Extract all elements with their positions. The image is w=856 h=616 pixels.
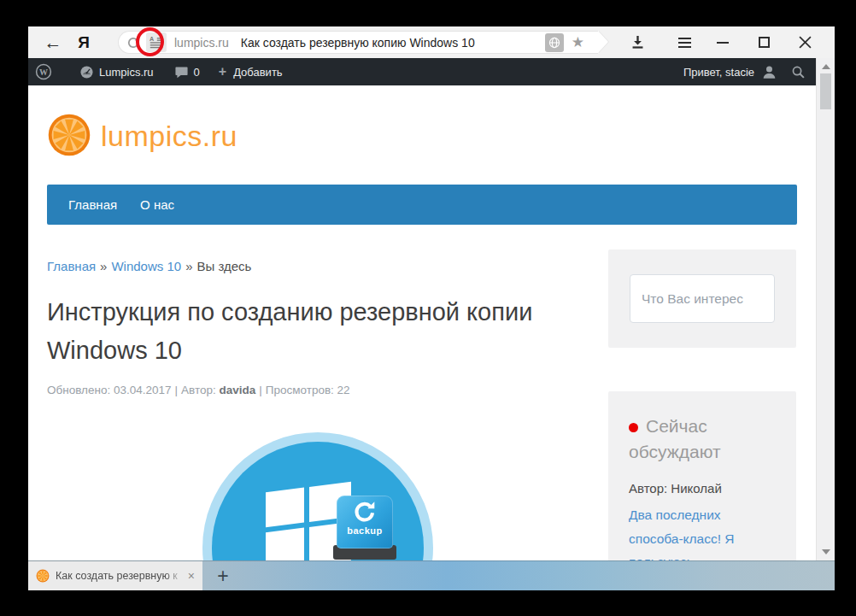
wp-greeting: Привет, stacie — [683, 66, 754, 79]
nav-item-home[interactable]: Главная — [68, 197, 117, 212]
tab-close-icon[interactable]: × — [188, 569, 195, 583]
breadcrumb-current: Вы здесь — [196, 259, 251, 273]
backup-circular-arrow-icon — [350, 498, 379, 525]
url-domain[interactable]: lumpics.ru — [174, 36, 229, 50]
page-scrollbar[interactable] — [816, 58, 835, 560]
wp-logo-button[interactable]: W — [28, 58, 59, 85]
comment-bubble-icon — [174, 65, 189, 79]
svg-text:W: W — [39, 67, 48, 77]
sidebar-search-widget — [608, 249, 796, 348]
close-icon — [799, 36, 812, 49]
main-navigation: Главная О нас — [47, 185, 797, 225]
back-button[interactable]: ← — [38, 26, 67, 58]
wp-admin-bar: W Lumpics.ru 0 + Добавить Привет, stacie — [28, 58, 816, 85]
site-logo-text[interactable]: lumpics.ru — [101, 120, 237, 153]
address-bar[interactable]: A lumpics.ru Как создать резервную копию… — [118, 31, 598, 54]
breadcrumb-category-link[interactable]: Windows 10 — [111, 259, 181, 273]
wp-add-new-button[interactable]: + Добавить — [212, 58, 290, 85]
yandex-logo[interactable]: Я — [73, 26, 95, 58]
wp-site-menu[interactable]: Lumpics.ru — [73, 58, 161, 85]
browser-toolbar: ← Я A lumpics.ru Как создать резервную к… — [28, 26, 835, 58]
maximize-icon — [759, 37, 770, 48]
wp-site-name: Lumpics.ru — [99, 66, 154, 79]
user-icon[interactable] — [761, 64, 777, 80]
search-icon — [791, 65, 806, 79]
wp-add-new-label: Добавить — [233, 66, 282, 79]
back-arrow-icon: ← — [44, 32, 62, 53]
backup-drive-body: backup — [337, 496, 393, 549]
nav-item-about[interactable]: О нас — [140, 197, 174, 212]
meta-views: Просмотров: 22 — [266, 384, 350, 396]
backup-drive-icon: backup — [337, 496, 393, 560]
scroll-down-arrow-icon[interactable] — [822, 549, 830, 554]
plus-icon: + — [217, 565, 228, 588]
tab-favicon-icon — [36, 569, 50, 583]
discussion-heading: Сейчас обсуждают — [629, 414, 761, 465]
maximize-button[interactable] — [751, 26, 777, 58]
minimize-button[interactable] — [710, 26, 736, 58]
article-meta: Обновлено: 03.04.2017|Автор: davida|Прос… — [47, 384, 350, 396]
protect-globe-button[interactable] — [545, 33, 564, 52]
browser-window: ← Я A lumpics.ru Как создать резервную к… — [28, 26, 835, 590]
wp-comments-count: 0 — [194, 66, 200, 79]
breadcrumb-separator: » — [100, 259, 107, 273]
lumpics-logo-icon[interactable] — [47, 113, 91, 157]
meta-author-label: Автор: — [181, 384, 216, 396]
scroll-up-arrow-icon[interactable] — [822, 64, 830, 69]
meta-author[interactable]: davida — [219, 384, 255, 396]
refresh-icon[interactable] — [126, 36, 140, 50]
reader-mode-icon: A — [150, 36, 163, 50]
wp-comments-button[interactable]: 0 — [167, 58, 207, 85]
breadcrumb-separator: » — [185, 259, 192, 273]
downloads-button[interactable] — [624, 26, 650, 58]
new-tab-button[interactable]: + — [208, 561, 238, 590]
meta-updated: Обновлено: 03.04.2017 — [47, 384, 171, 396]
dashboard-gauge-icon — [79, 65, 94, 79]
globe-icon — [548, 36, 561, 50]
active-browser-tab[interactable]: Как создать резервную к × — [28, 561, 202, 590]
minimize-icon — [717, 42, 729, 44]
tab-title: Как создать резервную к — [56, 570, 185, 582]
sidebar-search-input[interactable] — [630, 274, 775, 323]
breadcrumb-home-link[interactable]: Главная — [47, 259, 96, 273]
page-content: lumpics.ru Главная О нас Главная»Windows… — [28, 85, 816, 560]
backup-label: backup — [347, 525, 383, 536]
wp-search-button[interactable] — [784, 58, 816, 85]
svg-text:A: A — [150, 36, 154, 43]
browser-menu-button[interactable] — [671, 26, 697, 58]
hamburger-menu-icon — [678, 35, 691, 50]
browser-tab-bar: Как создать резервную к × + — [28, 560, 835, 590]
breadcrumb: Главная»Windows 10»Вы здесь — [47, 259, 251, 273]
bookmark-star-icon[interactable]: ★ — [572, 33, 584, 51]
wp-account-menu[interactable]: Привет, stacie — [677, 58, 784, 85]
discussion-comment-author: Автор: Николай — [629, 481, 776, 496]
wordpress-icon: W — [35, 63, 52, 80]
article-title: Инструкция по созданию резервной копии W… — [47, 293, 577, 370]
url-page-title[interactable]: Как создать резервную копию Windows 10 — [241, 36, 545, 50]
plus-icon: + — [219, 64, 226, 79]
sidebar-discussion-widget: Сейчас обсуждают Автор: Николай Два посл… — [608, 391, 796, 560]
desktop-background: ← Я A lumpics.ru Как создать резервную к… — [0, 0, 856, 616]
scrollbar-thumb[interactable] — [820, 73, 831, 109]
close-window-button[interactable] — [791, 26, 818, 58]
download-icon — [630, 35, 645, 50]
reader-mode-button[interactable]: A — [146, 32, 167, 52]
article-hero-image: backup — [202, 432, 433, 560]
red-bullet-icon — [629, 423, 638, 432]
discussion-comment-link[interactable]: Два последних способа-класс! Я пользуюсь — [629, 503, 772, 560]
